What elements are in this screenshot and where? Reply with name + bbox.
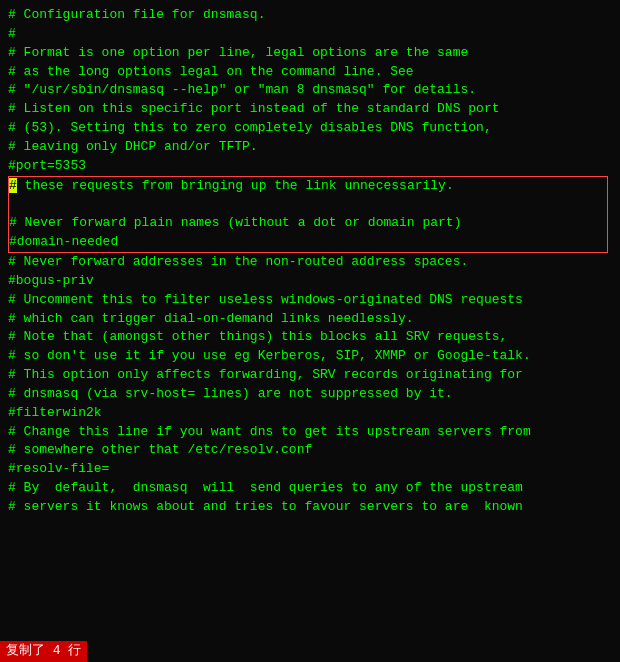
highlight-line-3: # Never forward plain names (without a d… [9,214,607,233]
code-line: # dnsmasq (via srv-host= lines) are not … [8,385,612,404]
code-line: # as the long options legal on the comma… [8,63,612,82]
code-line: # Uncomment this to filter useless windo… [8,291,612,310]
highlight-line-2 [9,195,607,214]
code-line: # This option only affects forwarding, S… [8,366,612,385]
code-line: # By default, dnsmasq will send queries … [8,479,612,498]
status-bar: 复制了 4 行 [0,641,87,662]
highlight-line-1: # these requests from bringing up the li… [9,177,607,196]
code-line: #port=5353 [8,157,612,176]
code-line: # (53). Setting this to zero completely … [8,119,612,138]
terminal: # Configuration file for dnsmasq. # # Fo… [0,0,620,662]
code-line: # Note that (amongst other things) this … [8,328,612,347]
code-line: #resolv-file= [8,460,612,479]
code-line: # Change this line if you want dns to ge… [8,423,612,442]
code-line: # Never forward addresses in the non-rou… [8,253,612,272]
code-line: #filterwin2k [8,404,612,423]
code-line: # "/usr/sbin/dnsmasq --help" or "man 8 d… [8,81,612,100]
code-line: # which can trigger dial-on-demand links… [8,310,612,329]
highlighted-block: # these requests from bringing up the li… [8,176,608,253]
code-line: # somewhere other that /etc/resolv.conf [8,441,612,460]
code-line: # Listen on this specific port instead o… [8,100,612,119]
code-line: # leaving only DHCP and/or TFTP. [8,138,612,157]
code-line: # so don't use it if you use eg Kerberos… [8,347,612,366]
highlight-line-4: #domain-needed [9,233,607,252]
code-line: #bogus-priv [8,272,612,291]
code-line: # servers it knows about and tries to fa… [8,498,612,517]
cursor: # [9,178,17,193]
code-line: # [8,25,612,44]
code-line: # Format is one option per line, legal o… [8,44,612,63]
code-line: # Configuration file for dnsmasq. [8,6,612,25]
